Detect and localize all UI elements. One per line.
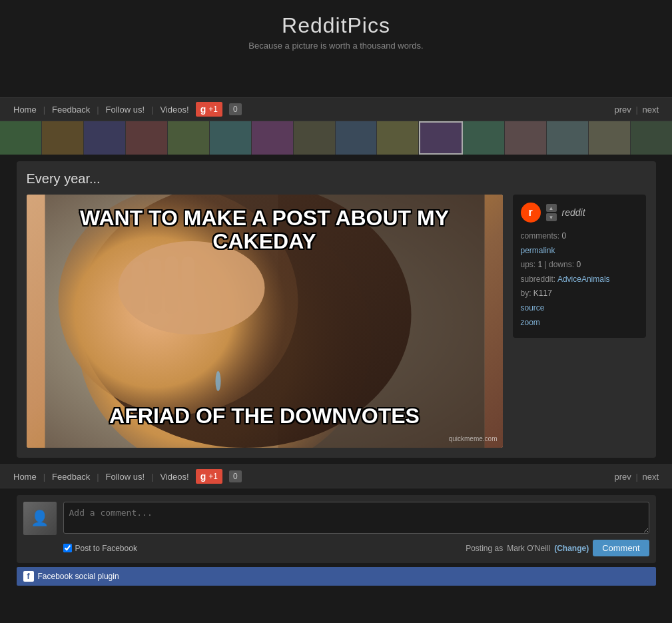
thumbnail-item[interactable] bbox=[0, 121, 42, 155]
by-row: by: K117 bbox=[521, 287, 638, 301]
ups-label: ups: bbox=[521, 260, 536, 269]
bottom-nav-feedback[interactable]: Feedback bbox=[52, 472, 90, 482]
commenter-avatar: 👤 bbox=[23, 502, 57, 535]
thumbnail-item[interactable] bbox=[336, 121, 378, 155]
thumbnail-item[interactable] bbox=[631, 121, 672, 155]
comment-section: 👤 Post to Facebook Posting as Mark O'Nei… bbox=[10, 495, 663, 586]
comments-count: 0 bbox=[562, 231, 567, 241]
comment-right: Post to Facebook Posting as Mark O'Neill… bbox=[63, 502, 649, 556]
thumbnail-item[interactable] bbox=[84, 121, 126, 155]
thumbnail-item[interactable] bbox=[252, 121, 294, 155]
comments-label: comments: bbox=[521, 231, 560, 241]
bottom-g-plus-icon: g bbox=[200, 471, 206, 482]
thumbnail-item[interactable] bbox=[463, 121, 505, 155]
facebook-plugin-text: Facebook social plugin bbox=[38, 572, 119, 581]
facebook-icon: f bbox=[23, 571, 34, 582]
thumbnail-item[interactable] bbox=[168, 121, 210, 155]
thumbnail-item[interactable] bbox=[419, 121, 463, 155]
reddit-header: r ▲ ▼ reddit bbox=[521, 203, 638, 223]
comment-input[interactable] bbox=[63, 502, 649, 534]
ups-count: 1 bbox=[538, 260, 543, 269]
next-link[interactable]: next bbox=[642, 105, 659, 115]
zoom-link[interactable]: zoom bbox=[521, 318, 540, 327]
prev-link[interactable]: prev bbox=[614, 105, 631, 115]
svg-rect-8 bbox=[165, 256, 178, 314]
post-to-facebook-checkbox[interactable] bbox=[63, 544, 72, 552]
reddit-logo-icon: r bbox=[521, 203, 541, 223]
comment-footer: Post to Facebook Posting as Mark O'Neill… bbox=[63, 540, 649, 556]
meme-top-text: WANT TO MAKE A POST ABOUT MY CAKEDAY bbox=[33, 207, 496, 253]
bottom-g-plus-count: 0 bbox=[229, 470, 242, 482]
thumbnail-item[interactable] bbox=[377, 121, 419, 155]
thumbnail-item[interactable] bbox=[505, 121, 547, 155]
bottom-prev-link[interactable]: prev bbox=[614, 472, 631, 482]
nav-feedback[interactable]: Feedback bbox=[52, 105, 90, 115]
thumbnail-item[interactable] bbox=[547, 121, 589, 155]
thumbnail-item[interactable] bbox=[294, 121, 336, 155]
reddit-card: r ▲ ▼ reddit comments: 0 permal bbox=[513, 195, 646, 338]
svg-rect-9 bbox=[181, 257, 194, 313]
sidebar: r ▲ ▼ reddit comments: 0 permal bbox=[513, 195, 646, 448]
subreddit-row: subreddit: AdviceAnimals bbox=[521, 273, 638, 287]
prev-next: prev | next bbox=[614, 105, 659, 115]
bottom-nav-home[interactable]: Home bbox=[13, 472, 37, 482]
nav-home[interactable]: Home bbox=[13, 105, 37, 115]
bottom-nav-follow-us[interactable]: Follow us! bbox=[106, 472, 145, 482]
facebook-plugin-bar: f Facebook social plugin bbox=[17, 567, 656, 586]
meme-image: WANT TO MAKE A POST ABOUT MY CAKEDAY AFR… bbox=[27, 195, 503, 448]
permalink-row: permalink bbox=[521, 244, 638, 259]
thumbnail-strip bbox=[0, 121, 672, 155]
vote-buttons: ▲ ▼ bbox=[546, 204, 557, 221]
downvote-button[interactable]: ▼ bbox=[546, 213, 557, 221]
thumbnail-item[interactable] bbox=[42, 121, 84, 155]
subreddit-label: subreddit: bbox=[521, 275, 556, 284]
comment-box-container: 👤 Post to Facebook Posting as Mark O'Nei… bbox=[17, 495, 656, 563]
by-value: K117 bbox=[533, 289, 552, 298]
post-to-facebook: Post to Facebook bbox=[63, 544, 137, 553]
reddit-brand-text: reddit bbox=[562, 207, 585, 218]
upvote-button[interactable]: ▲ bbox=[546, 204, 557, 212]
source-link[interactable]: source bbox=[521, 303, 545, 312]
downs-count: 0 bbox=[576, 260, 581, 269]
bottom-google-plus-button[interactable]: g +1 bbox=[196, 469, 222, 484]
post-title: Every year... bbox=[27, 171, 646, 187]
nav-follow-us[interactable]: Follow us! bbox=[106, 105, 145, 115]
comments-row: comments: 0 bbox=[521, 229, 638, 244]
nav-videos[interactable]: Videos! bbox=[160, 105, 188, 115]
thumbnail-item[interactable] bbox=[589, 121, 631, 155]
thumbnail-item[interactable] bbox=[126, 121, 168, 155]
by-label: by: bbox=[521, 289, 531, 298]
bottom-nav-left: Home | Feedback | Follow us! | Videos! g… bbox=[13, 469, 242, 484]
bottom-next-link[interactable]: next bbox=[642, 472, 659, 482]
thumbnail-item[interactable] bbox=[210, 121, 252, 155]
post-container: Every year... bbox=[17, 161, 656, 458]
subreddit-link[interactable]: AdviceAnimals bbox=[557, 275, 610, 284]
svg-rect-7 bbox=[148, 258, 161, 314]
posting-as-prefix: Posting as bbox=[466, 544, 503, 553]
posting-as: Posting as Mark O'Neill (Change) Comment bbox=[466, 540, 649, 556]
change-account-button[interactable]: (Change) bbox=[554, 544, 589, 553]
ups-row: ups: 1 | downs: 0 bbox=[521, 258, 638, 273]
comment-submit-button[interactable]: Comment bbox=[593, 540, 649, 556]
bottom-sep1: | bbox=[43, 472, 45, 482]
meme-bottom-text: AFRIAD OF THE DOWNVOTES bbox=[33, 404, 496, 428]
permalink-link[interactable]: permalink bbox=[521, 246, 555, 255]
nav-sep1: | bbox=[43, 105, 45, 115]
g-plus-count: 0 bbox=[229, 103, 242, 115]
zoom-row: zoom bbox=[521, 316, 638, 330]
bottom-g-plus-label: +1 bbox=[208, 472, 218, 481]
header: RedditPics Because a picture is worth a … bbox=[0, 0, 672, 57]
site-subtitle: Because a picture is worth a thousand wo… bbox=[0, 41, 672, 51]
post-body: WANT TO MAKE A POST ABOUT MY CAKEDAY AFR… bbox=[27, 195, 646, 448]
main-content: Every year... bbox=[10, 161, 663, 458]
source-row: source bbox=[521, 301, 638, 316]
reddit-info: comments: 0 permalink ups: 1 | downs: 0 bbox=[521, 229, 638, 330]
google-plus-button[interactable]: g +1 bbox=[196, 102, 222, 117]
bottom-nav-right: prev | next bbox=[614, 472, 659, 482]
g-plus-label: +1 bbox=[208, 105, 218, 114]
svg-point-10 bbox=[215, 371, 220, 391]
bottom-nav-videos[interactable]: Videos! bbox=[160, 472, 188, 482]
nav-sep2: | bbox=[97, 105, 99, 115]
bottom-sep3: | bbox=[151, 472, 153, 482]
nav-right: prev | next bbox=[614, 105, 659, 115]
